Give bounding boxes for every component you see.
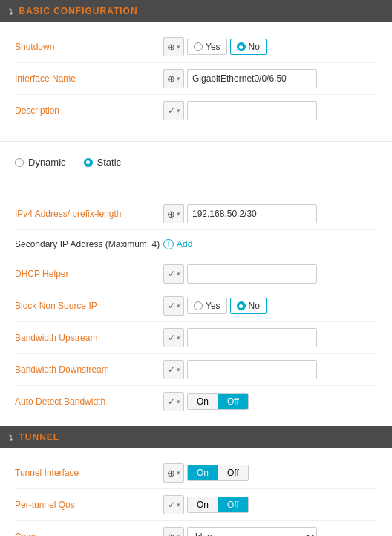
basic-config-form: Shutdown ⊕ Yes No Interface Name ⊕	[0, 22, 392, 135]
color-row: Color ⊕ blue red green	[15, 521, 377, 536]
basic-config-title: BASIC CONFIGURATION	[19, 6, 138, 16]
globe-icon-3: ⊕	[167, 209, 175, 220]
ipv4-icon-btn[interactable]: ⊕	[163, 204, 184, 223]
static-option[interactable]: Static	[84, 157, 122, 168]
auto-detect-off-btn[interactable]: Off	[218, 394, 248, 409]
dhcp-helper-input[interactable]	[187, 264, 317, 284]
static-label: Static	[97, 157, 122, 168]
block-non-source-icon-btn[interactable]: ✓	[163, 296, 184, 316]
bandwidth-downstream-icon-btn[interactable]: ✓	[163, 360, 184, 379]
bandwidth-upstream-input[interactable]	[187, 328, 317, 347]
shutdown-no-label: No	[249, 42, 260, 52]
description-controls: ✓	[163, 101, 377, 120]
per-tunnel-qos-label: Per-tunnel Qos	[15, 500, 163, 510]
add-secondary-ip-btn[interactable]: + Add	[163, 239, 192, 249]
description-icon-btn[interactable]: ✓	[163, 101, 184, 120]
bandwidth-downstream-controls: ✓	[163, 360, 377, 379]
check-icon-4: ✓	[168, 333, 175, 343]
tunnel-title: TUNNEL	[19, 432, 60, 442]
auto-detect-row: Auto Detect Bandwidth ✓ On Off	[15, 386, 377, 417]
per-tunnel-qos-icon-btn[interactable]: ✓	[163, 495, 184, 514]
tunnel-interface-icon-btn[interactable]: ⊕	[163, 463, 184, 483]
bandwidth-upstream-icon-btn[interactable]: ✓	[163, 328, 184, 347]
auto-detect-toggle: On Off	[187, 393, 249, 410]
auto-detect-on-btn[interactable]: On	[188, 394, 218, 409]
interface-name-label: Interface Name	[15, 73, 163, 84]
block-non-source-controls: ✓ Yes No	[163, 296, 377, 316]
block-non-source-label: Block Non Source IP	[15, 301, 163, 311]
tunnel-interface-row: Tunnel Interface ⊕ On Off	[15, 457, 377, 489]
tunnel-interface-on-btn[interactable]: On	[188, 465, 218, 480]
color-icon-btn[interactable]: ⊕	[163, 527, 184, 536]
interface-name-icon-btn[interactable]: ⊕	[163, 69, 184, 88]
block-yes-circle	[194, 301, 203, 310]
description-row: Description ✓	[15, 95, 377, 126]
check-icon-7: ✓	[168, 500, 175, 510]
per-tunnel-qos-toggle: On Off	[187, 497, 249, 513]
ipv4-input[interactable]	[187, 204, 317, 223]
block-non-source-radio-group: Yes No	[187, 298, 267, 314]
add-label: Add	[177, 239, 192, 249]
block-yes-label: Yes	[206, 301, 220, 311]
dhcp-icon-btn[interactable]: ✓	[163, 264, 184, 284]
bandwidth-downstream-label: Bandwidth Downstream	[15, 365, 163, 375]
dhcp-helper-label: DHCP Helper	[15, 269, 163, 279]
check-icon-5: ✓	[168, 365, 175, 375]
check-icon-2: ✓	[168, 269, 175, 279]
dynamic-label: Dynamic	[28, 157, 66, 168]
auto-detect-label: Auto Detect Bandwidth	[15, 396, 163, 407]
chevron-icon[interactable]: ⤵	[9, 7, 13, 16]
tunnel-interface-toggle: On Off	[187, 465, 249, 481]
per-tunnel-qos-off-btn[interactable]: Off	[218, 497, 248, 512]
mode-row: Dynamic Static	[0, 148, 392, 177]
shutdown-no-btn[interactable]: No	[230, 39, 267, 55]
tunnel-chevron-icon[interactable]: ⤵	[9, 434, 13, 442]
color-select[interactable]: blue red green	[187, 527, 317, 536]
shutdown-controls: ⊕ Yes No	[163, 37, 377, 56]
secondary-ip-label: Secondary IP Address (Maximum: 4)	[15, 239, 163, 249]
globe-icon: ⊕	[167, 42, 175, 53]
ip-fields-form: IPv4 Address/ prefix-length ⊕ Secondary …	[0, 189, 392, 426]
check-icon-6: ✓	[168, 396, 175, 407]
block-no-label: No	[249, 301, 260, 311]
interface-name-input[interactable]	[187, 69, 317, 88]
secondary-ip-controls: + Add	[163, 239, 377, 249]
tunnel-interface-controls: ⊕ On Off	[163, 463, 377, 483]
shutdown-yes-label: Yes	[206, 42, 220, 52]
dhcp-helper-controls: ✓	[163, 264, 377, 284]
ipv4-label: IPv4 Address/ prefix-length	[15, 209, 163, 219]
shutdown-yes-btn[interactable]: Yes	[187, 39, 227, 55]
shutdown-icon-btn[interactable]: ⊕	[163, 37, 184, 56]
check-icon: ✓	[168, 105, 175, 116]
check-icon-3: ✓	[168, 301, 175, 311]
shutdown-radio-group: Yes No	[187, 39, 267, 55]
plus-circle-icon: +	[163, 239, 174, 249]
ipv4-controls: ⊕	[163, 204, 377, 223]
shutdown-row: Shutdown ⊕ Yes No	[15, 31, 377, 63]
description-label: Description	[15, 105, 163, 116]
tunnel-interface-off-btn[interactable]: Off	[218, 465, 248, 480]
per-tunnel-qos-on-btn[interactable]: On	[188, 497, 218, 512]
globe-icon-5: ⊕	[167, 532, 175, 537]
bandwidth-downstream-input[interactable]	[187, 360, 317, 379]
shutdown-label: Shutdown	[15, 42, 163, 52]
block-yes-btn[interactable]: Yes	[187, 298, 227, 314]
per-tunnel-qos-controls: ✓ On Off	[163, 495, 377, 514]
dhcp-helper-row: DHCP Helper ✓	[15, 258, 377, 290]
bandwidth-upstream-label: Bandwidth Upstream	[15, 333, 163, 343]
description-input[interactable]	[187, 101, 317, 120]
color-label: Color	[15, 532, 163, 536]
secondary-ip-row: Secondary IP Address (Maximum: 4) + Add	[15, 230, 377, 258]
dynamic-radio	[15, 158, 24, 167]
block-no-btn[interactable]: No	[230, 298, 267, 314]
tunnel-interface-label: Tunnel Interface	[15, 468, 163, 478]
block-non-source-row: Block Non Source IP ✓ Yes No	[15, 290, 377, 322]
tunnel-header: ⤵ TUNNEL	[0, 426, 392, 448]
block-no-circle	[237, 301, 246, 310]
divider-2	[0, 183, 392, 183]
auto-detect-controls: ✓ On Off	[163, 392, 377, 411]
auto-detect-icon-btn[interactable]: ✓	[163, 392, 184, 411]
dynamic-option[interactable]: Dynamic	[15, 157, 66, 168]
shutdown-no-circle	[237, 42, 246, 51]
bandwidth-downstream-row: Bandwidth Downstream ✓	[15, 354, 377, 386]
